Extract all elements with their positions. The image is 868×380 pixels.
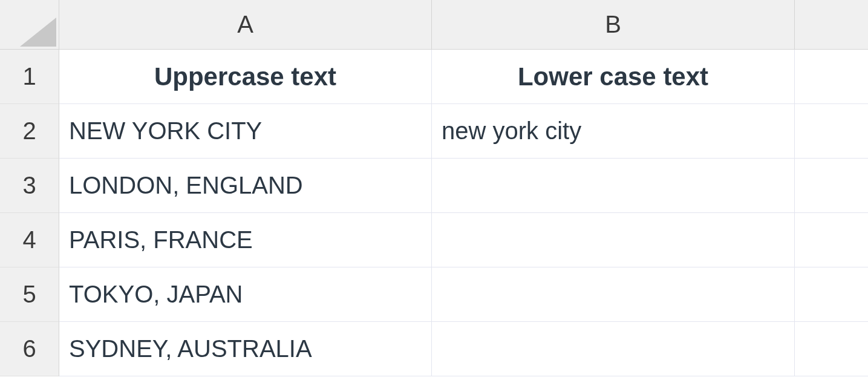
cell-A6[interactable]: SYDNEY, AUSTRALIA — [59, 322, 432, 376]
row-header-6[interactable]: 6 — [0, 322, 59, 376]
cell-A3[interactable]: LONDON, ENGLAND — [59, 159, 432, 213]
cell-A1[interactable]: Uppercase text — [59, 50, 432, 104]
row-header-4[interactable]: 4 — [0, 213, 59, 267]
cell-C3[interactable] — [795, 159, 868, 213]
column-header-A[interactable]: A — [59, 0, 432, 50]
select-all-corner[interactable] — [0, 0, 59, 50]
cell-A2[interactable]: NEW YORK CITY — [59, 104, 432, 159]
cell-A4[interactable]: PARIS, FRANCE — [59, 213, 432, 267]
cell-B1[interactable]: Lower case text — [432, 50, 795, 104]
column-header-extra[interactable] — [795, 0, 868, 50]
row-header-1[interactable]: 1 — [0, 50, 59, 104]
row-header-5[interactable]: 5 — [0, 267, 59, 322]
cell-C6[interactable] — [795, 322, 868, 376]
row-header-2[interactable]: 2 — [0, 104, 59, 159]
cell-B5[interactable] — [432, 267, 795, 322]
cell-B2[interactable]: new york city — [432, 104, 795, 159]
cell-C2[interactable] — [795, 104, 868, 159]
cell-B4[interactable] — [432, 213, 795, 267]
spreadsheet-grid: A B 1 Uppercase text Lower case text 2 N… — [0, 0, 868, 380]
cell-B6[interactable] — [432, 322, 795, 376]
cell-C1[interactable] — [795, 50, 868, 104]
row-header-3[interactable]: 3 — [0, 159, 59, 213]
cell-B3[interactable] — [432, 159, 795, 213]
column-header-B[interactable]: B — [432, 0, 795, 50]
cell-A5[interactable]: TOKYO, JAPAN — [59, 267, 432, 322]
cell-C4[interactable] — [795, 213, 868, 267]
cell-C5[interactable] — [795, 267, 868, 322]
